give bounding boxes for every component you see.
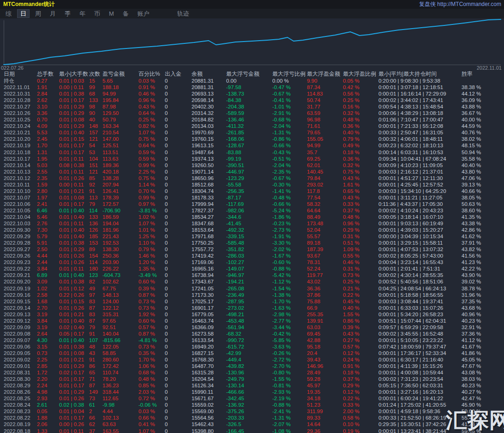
- table-row[interactable]: 2022.09.272.500.01 | 0.2989138.300.79 %0…: [0, 246, 504, 253]
- table-row[interactable]: 2022.10.263.360.01 | 0.2990129.500.64 %0…: [0, 110, 504, 116]
- table-row[interactable]: 2022.08.302.200.01 | 0.177178.200.48 %01…: [0, 376, 504, 382]
- cell: 0.01 | 0.17: [59, 382, 89, 389]
- table-row[interactable]: 2022.10.062.410.01 | 0.1779172.570.97 %0…: [0, 201, 504, 207]
- menu-item-M[interactable]: M: [106, 9, 117, 18]
- column-header-13[interactable]: 胜率: [462, 71, 504, 78]
- table-row[interactable]: 2022.10.273.100.01 | 0.299887.980.43 %02…: [0, 103, 504, 110]
- table-row[interactable]: 2022.09.216.890.01 | 0.40123-604.73-3.49…: [0, 272, 504, 278]
- menu-item-日[interactable]: 日: [17, 9, 30, 18]
- table-row[interactable]: 2022.09.022.250.01 | 0.2191280.601.70 %0…: [0, 356, 504, 363]
- table-row[interactable]: 2022.10.215.530.01 | 0.40157210.541.07 %…: [0, 129, 504, 136]
- table-row[interactable]: 2022.11.011.910.00 | 0.1199188.180.91 %0…: [0, 84, 504, 90]
- table-row[interactable]: 2022.09.123.840.01 | 0.408797.650.60 %01…: [0, 318, 504, 324]
- table-row[interactable]: 2022.10.132.550.01 | 0.11121420.182.25 %…: [0, 168, 504, 175]
- column-header-8[interactable]: 最大浮亏金额: [226, 71, 272, 78]
- table-row[interactable]: 2022.08.242.610.02 | 0.3861-9.98-0.06 %0…: [0, 402, 504, 408]
- table-row[interactable]: 2022.10.045.460.01 | 0.40133186.591.02 %…: [0, 214, 504, 220]
- column-header-12[interactable]: 最小|平均|最大持仓时间: [378, 71, 462, 78]
- cell: -236.49: [226, 292, 272, 298]
- table-row[interactable]: 2022.10.191.700.01 | 0.1754125.510.64 %0…: [0, 142, 504, 149]
- table-row[interactable]: 2022.09.093.190.02 | 0.407992.510.57 %01…: [0, 324, 504, 331]
- table-row[interactable]: 2022.10.202.450.01 | 0.15121147.000.75 %…: [0, 136, 504, 142]
- cell: 0.48 %: [138, 376, 165, 382]
- table-row[interactable]: 2022.08.252.930.01 | 0.2673112.650.72 %0…: [0, 395, 504, 402]
- cell: 2.64: [37, 331, 59, 337]
- cell: 0:00:02 | 4:10:24 | 20:43:23: [378, 207, 462, 214]
- menu-item-轨迹[interactable]: 轨迹: [174, 9, 192, 18]
- table-row[interactable]: 2022.09.295.790.01 | 0.40185221.431.25 %…: [0, 233, 504, 240]
- brand-link[interactable]: 复盘侠 http://MTCommander.com: [419, 0, 504, 8]
- cell: 0.25 %: [343, 278, 378, 285]
- table-row[interactable]: 2022.09.012.850.01 | 0.2986172.421.06 %0…: [0, 363, 504, 369]
- table-row[interactable]: 2022.08.292.240.01 | 0.1787136.230.85 %0…: [0, 382, 504, 389]
- cell: 52.24: [307, 265, 343, 272]
- cell: 1.02 %: [138, 214, 165, 220]
- menu-item-综[interactable]: 综: [2, 9, 15, 18]
- column-header-7[interactable]: 余额: [192, 71, 226, 78]
- cell: 0: [165, 227, 192, 233]
- table-row[interactable]: 2022.10.250.700.01 | 0.084050.790.25 %02…: [0, 116, 504, 123]
- cell: 0.99 %: [138, 194, 165, 201]
- table-row[interactable]: 2022.08.311.720.02 | 0.1765110.740.68 %0…: [0, 369, 504, 376]
- cell: 0: [165, 214, 192, 220]
- table-row[interactable]: 2022.10.102.800.01 | 0.2191126.410.70 %0…: [0, 188, 504, 194]
- table-row[interactable]: 2022.09.050.730.01 | 0.084358.850.35 %01…: [0, 350, 504, 356]
- table-row[interactable]: 2022.09.264.440.01 | 0.26154250.361.46 %…: [0, 253, 504, 259]
- menu-item-账户[interactable]: 账户: [134, 9, 153, 18]
- cell: 87.34: [307, 84, 343, 90]
- table-row[interactable]: 2022.09.142.700.01 | 0.2687122.120.73 %0…: [0, 305, 504, 311]
- cell: 3.19: [37, 324, 59, 331]
- table-row[interactable]: 2022.10.145.030.08 | 0.38151189.360.99 %…: [0, 162, 504, 168]
- table-row[interactable]: 2022.08.221.880.01 | 0.1766102.130.66 %0…: [0, 415, 504, 421]
- column-header-5[interactable]: 百分比%: [138, 71, 165, 78]
- table-row[interactable]: 2022.09.232.440.01 | 0.26114203.901.20 %…: [0, 259, 504, 265]
- column-header-9[interactable]: 最大浮亏比例: [272, 71, 307, 78]
- table-row[interactable]: 持仓0.270.01 | 0.03155.650.03 %020881.310.…: [0, 78, 504, 84]
- table-row[interactable]: 2022.09.223.840.01 | 0.11180226.221.35 %…: [0, 265, 504, 272]
- table-row[interactable]: 2022.10.171.950.01 | 0.11104113.630.59 %…: [0, 156, 504, 162]
- table-row[interactable]: 2022.09.082.640.05 | 0.1791140.040.87 %0…: [0, 331, 504, 337]
- table-row[interactable]: 2022.10.244.090.01 | 0.29148163.340.82 %…: [0, 123, 504, 129]
- table-row[interactable]: 2022.08.230.050.01 | 0.0424.440.03 %0155…: [0, 408, 504, 415]
- table-row[interactable]: 2022.10.032.760.01 | 0.11136194.041.07 %…: [0, 220, 504, 227]
- table-row[interactable]: 2022.09.203.090.01 | 0.3882102.620.60 %0…: [0, 278, 504, 285]
- column-header-2[interactable]: 最小|大手数: [59, 71, 89, 78]
- table-row[interactable]: 2022.10.071.970.01 | 0.08113178.390.99 %…: [0, 194, 504, 201]
- table-row[interactable]: 2022.08.192.060.00 | 0.266263.630.41 %01…: [0, 421, 504, 427]
- column-header-4[interactable]: 盈亏金额: [102, 71, 138, 78]
- table-row[interactable]: 2022.10.282.620.01 | 0.17133195.840.96 %…: [0, 97, 504, 103]
- table-row[interactable]: 2022.09.191.020.01 | 0.124967.750.39 %01…: [0, 285, 504, 292]
- cell: 0.01 | 0.17: [59, 201, 89, 207]
- cell: 0.01 | 0.03: [59, 78, 89, 84]
- column-header-0[interactable]: 日期: [4, 71, 37, 78]
- cell: 0:00:33 | 2:50:47 | 16:31:05: [378, 129, 462, 136]
- table-row[interactable]: 2022.08.264.980.01 | 0.29149318.442.03 %…: [0, 389, 504, 395]
- cell: 0: [165, 149, 192, 156]
- menu-item-周[interactable]: 周: [32, 9, 44, 18]
- cell: 36.09 %: [462, 97, 504, 103]
- column-header-1[interactable]: 总手数: [37, 71, 59, 78]
- menu-item-年[interactable]: 年: [76, 9, 89, 18]
- table-row[interactable]: 2022.10.181.310.01 | 0.1753113.510.59 %0…: [0, 149, 504, 156]
- table-row[interactable]: 2022.08.181.330.01 | 0.1137163.551.07 %0…: [0, 428, 504, 433]
- column-header-11[interactable]: 最大浮盈比例: [343, 71, 378, 78]
- table-row[interactable]: 2022.10.122.350.01 | 0.2685138.280.75 %0…: [0, 175, 504, 181]
- table-row[interactable]: 2022.09.133.190.01 | 0.2183315.311.92 %0…: [0, 311, 504, 318]
- table-row[interactable]: 2022.09.162.580.22 | 0.2697148.130.87 %0…: [0, 292, 504, 298]
- table-row[interactable]: 2022.09.151.680.01 | 0.1583124.000.73 %0…: [0, 298, 504, 305]
- table-row[interactable]: 2022.09.063.150.01 | 0.3848122.050.73 %0…: [0, 343, 504, 350]
- table-row[interactable]: 2022.10.056.460.01 | 0.40114-706.90-3.81…: [0, 207, 504, 214]
- menu-item-月[interactable]: 月: [47, 9, 59, 18]
- table-row[interactable]: 2022.09.074.300.01 | 0.40107-815.66-4.81…: [0, 337, 504, 343]
- column-header-10[interactable]: 最大浮盈金额: [307, 71, 343, 78]
- table-row[interactable]: 2022.09.285.910.01 | 0.38153192.531.10 %…: [0, 240, 504, 246]
- menu-item-备[interactable]: 备: [120, 9, 132, 18]
- menu-item-季[interactable]: 季: [61, 9, 74, 18]
- column-header-3[interactable]: 次数: [89, 71, 102, 78]
- table-row[interactable]: 2022.10.312.840.01 | 0.386894.990.46 %02…: [0, 90, 504, 97]
- cell: 0.29 %: [343, 382, 378, 389]
- table-row[interactable]: 2022.10.111.590.00 | 0.1192207.941.14 %0…: [0, 181, 504, 188]
- column-header-6[interactable]: 出入金: [165, 71, 192, 78]
- table-row[interactable]: 2022.09.307.300.01 | 0.40126181.961.01 %…: [0, 227, 504, 233]
- menu-item-币[interactable]: 币: [91, 9, 103, 18]
